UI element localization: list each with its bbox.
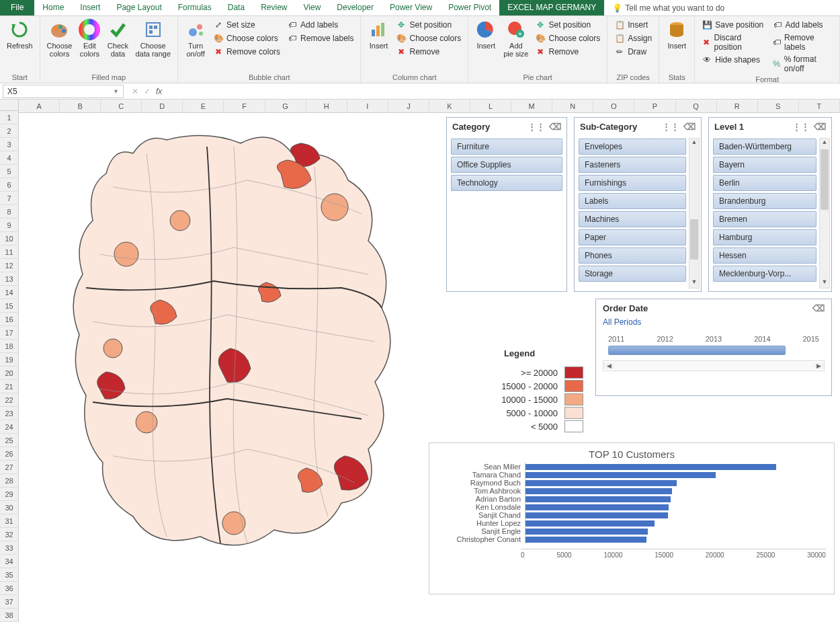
row-header[interactable]: 8 [0,205,18,219]
slicer-item[interactable]: Furnishings [579,175,686,191]
row-header[interactable]: 25 [0,434,18,447]
column-header[interactable]: I [347,100,388,112]
column-remove[interactable]: ✖Remove [393,46,464,58]
column-insert-button[interactable]: Insert [365,17,392,51]
tab-home[interactable]: Home [34,0,72,15]
column-header[interactable]: R [717,100,758,112]
zip-draw[interactable]: ✏Draw [612,46,655,58]
choose-data-range-button[interactable]: Choose data range [132,17,173,59]
row-header[interactable]: 3 [0,138,18,151]
column-header[interactable]: L [470,100,511,112]
row-header[interactable]: 9 [0,219,18,232]
clear-filter-icon[interactable]: ⌫ [549,122,561,132]
pie-add-size-button[interactable]: + Add pie size [501,17,531,59]
zip-assign[interactable]: 📋Assign [612,32,655,44]
discard-position[interactable]: ✖Discard position [699,32,767,52]
row-header[interactable]: 24 [0,420,18,434]
row-header[interactable]: 37 [0,595,18,609]
column-header[interactable]: Q [676,100,717,112]
slicer-item[interactable]: Hamburg [713,229,816,245]
clear-filter-icon[interactable]: ⌫ [812,303,825,313]
row-header[interactable]: 15 [0,299,18,313]
row-header[interactable]: 6 [0,178,18,192]
bubble-set-size[interactable]: ⤢Set size [210,19,283,31]
column-header[interactable]: O [593,100,634,112]
clear-filter-icon[interactable]: ⌫ [683,122,696,132]
slicer-item[interactable]: Bremen [713,211,816,227]
column-header[interactable]: H [306,100,347,112]
scroll-up-icon[interactable]: ▲ [820,139,829,148]
scroll-left-icon[interactable]: ◀ [603,362,614,369]
scroll-down-icon[interactable]: ▼ [820,278,829,288]
select-all-corner[interactable] [0,100,19,111]
column-header[interactable]: M [511,100,552,112]
scroll-thumb[interactable] [821,149,829,210]
column-header[interactable]: A [19,100,60,112]
bubble-choose-colors[interactable]: 🎨Choose colors [210,32,283,44]
column-header[interactable]: E [183,100,224,112]
column-choose-colors[interactable]: 🎨Choose colors [393,32,464,44]
scroll-up-icon[interactable]: ▲ [689,139,699,148]
row-header[interactable]: 17 [0,326,18,340]
row-header[interactable]: 30 [0,501,18,514]
slicer-scrollbar[interactable]: ▲ ▼ [819,138,830,288]
row-header[interactable]: 2 [0,124,18,138]
multi-select-icon[interactable]: ⋮⋮ [662,122,679,132]
edit-colors-button[interactable]: Edit colors [76,17,103,59]
name-box[interactable]: X5 ▼ [3,85,124,98]
tab-insert[interactable]: Insert [72,0,108,15]
pie-set-position[interactable]: ✥Set position [532,19,603,31]
row-header[interactable]: 38 [0,609,18,622]
row-header[interactable]: 13 [0,272,18,286]
row-header[interactable]: 1 [0,111,18,124]
slicer-item[interactable]: Machines [579,211,686,227]
bubble-remove-colors[interactable]: ✖Remove colors [210,46,283,58]
column-header[interactable]: K [429,100,470,112]
tab-power-view[interactable]: Power View [382,0,440,15]
tab-excel-map-germany[interactable]: EXCEL MAP GERMANY [499,0,604,15]
tab-developer[interactable]: Developer [329,0,382,15]
slicer-item[interactable]: Labels [579,193,686,209]
row-header[interactable]: 10 [0,232,18,245]
scroll-right-icon[interactable]: ▶ [813,362,824,369]
clear-filter-icon[interactable]: ⌫ [814,122,826,132]
save-position[interactable]: 💾Save position [699,19,767,31]
row-header[interactable]: 22 [0,393,18,407]
cancel-icon[interactable]: ✕ [132,87,138,96]
row-header[interactable]: 36 [0,582,18,595]
row-header[interactable]: 14 [0,286,18,299]
slicer-item[interactable]: Brandenburg [713,193,816,209]
cell-canvas[interactable]: Legend >= 2000015000 - 2000010000 - 1500… [19,113,840,622]
scroll-down-icon[interactable]: ▼ [689,278,699,288]
row-header[interactable]: 18 [0,340,18,353]
row-header[interactable]: 34 [0,555,18,568]
stats-insert-button[interactable]: Insert [663,17,690,51]
row-header[interactable]: 5 [0,165,18,178]
row-header[interactable]: 23 [0,407,18,420]
row-header[interactable]: 33 [0,541,18,555]
column-header[interactable]: N [552,100,593,112]
choose-colors-button[interactable]: Choose colors [44,17,75,59]
pie-choose-colors[interactable]: 🎨Choose colors [532,32,603,44]
multi-select-icon[interactable]: ⋮⋮ [792,122,810,132]
bubble-add-labels[interactable]: 🏷Add labels [284,19,356,31]
row-header[interactable]: 20 [0,366,18,380]
row-header[interactable]: 7 [0,192,18,205]
tab-view[interactable]: View [296,0,329,15]
fx-icon[interactable]: fx [156,87,162,96]
slicer-item[interactable]: Phones [579,247,686,264]
column-header[interactable]: G [265,100,306,112]
row-header[interactable]: 32 [0,528,18,541]
pie-remove[interactable]: ✖Remove [532,46,603,58]
slicer-item[interactable]: Baden-Württemberg [713,139,816,155]
slicer-item[interactable]: Paper [579,229,686,245]
scroll-thumb[interactable] [690,219,698,260]
tell-me[interactable]: 💡 Tell me what you want to do [604,0,732,15]
pct-format[interactable]: %% format on/off [769,54,835,74]
row-header[interactable]: 19 [0,353,18,366]
column-header[interactable]: J [388,100,429,112]
timeline-scrollbar[interactable]: ◀ ▶ [603,360,825,371]
refresh-button[interactable]: Refresh [4,17,36,51]
row-header[interactable]: 28 [0,474,18,488]
tab-review[interactable]: Review [253,0,295,15]
